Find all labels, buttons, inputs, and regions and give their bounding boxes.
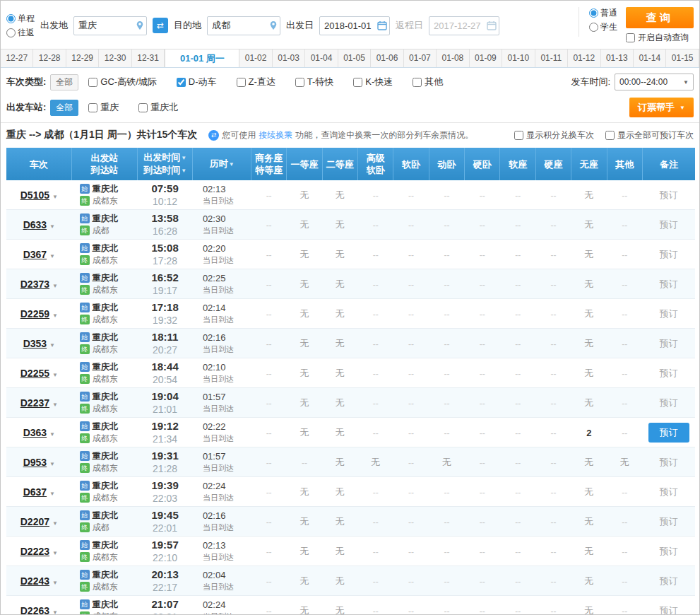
date-tab[interactable]: 01-08: [437, 49, 469, 67]
chevron-down-icon[interactable]: ▼: [52, 283, 58, 289]
chevron-down-icon[interactable]: ▼: [49, 461, 55, 467]
depart-station-option[interactable]: 重庆北: [138, 101, 178, 114]
chevron-down-icon[interactable]: ▼: [52, 312, 58, 319]
chevron-down-icon[interactable]: ▼: [52, 609, 58, 615]
trip-type-radio[interactable]: [6, 14, 16, 23]
calendar-icon[interactable]: [487, 20, 497, 30]
chevron-down-icon[interactable]: ▼: [49, 431, 55, 438]
show-points-checkbox[interactable]: [514, 131, 523, 140]
train-type-option[interactable]: T-特快: [295, 76, 334, 88]
train-type-option[interactable]: K-快速: [353, 76, 393, 88]
train-number-link[interactable]: D2207: [20, 516, 49, 527]
train-type-checkbox[interactable]: [353, 78, 362, 87]
train-type-checkbox[interactable]: [177, 78, 186, 87]
date-tab[interactable]: 12-30: [99, 49, 131, 67]
date-tab-active[interactable]: 01-01 周一: [165, 49, 239, 67]
book-button[interactable]: 预订: [660, 248, 678, 261]
book-button[interactable]: 预订: [660, 278, 678, 291]
book-button[interactable]: 预订: [660, 486, 678, 498]
book-button[interactable]: 预订: [660, 337, 678, 350]
date-tab[interactable]: 01-10: [502, 49, 535, 67]
date-tab[interactable]: 01-05: [338, 49, 371, 67]
date-tab[interactable]: 01-11: [535, 49, 568, 67]
auto-query-toggle[interactable]: 开启自动查询: [626, 32, 689, 44]
train-number-link[interactable]: D2259: [20, 308, 49, 320]
booking-helper-button[interactable]: 订票帮手 ▼: [629, 98, 694, 117]
date-tab[interactable]: 01-12: [568, 49, 600, 67]
book-button[interactable]: 预订: [660, 575, 678, 587]
show-points-toggle[interactable]: 显示积分兑换车次: [514, 129, 594, 141]
chevron-down-icon[interactable]: ▼: [52, 580, 58, 586]
date-tab[interactable]: 01-03: [273, 49, 305, 67]
train-number-link[interactable]: D2223: [20, 546, 49, 557]
trip-type-option[interactable]: 单程: [6, 13, 35, 25]
transfer-link[interactable]: 接续换乘: [259, 129, 292, 141]
book-button[interactable]: 预订: [660, 367, 678, 380]
auto-query-checkbox[interactable]: [626, 33, 635, 42]
train-number-link[interactable]: D5105: [20, 189, 49, 201]
swap-stations-button[interactable]: ⇄: [153, 18, 168, 33]
date-tab[interactable]: 01-07: [404, 49, 437, 67]
depart-station-checkbox[interactable]: [138, 103, 148, 112]
train-number-link[interactable]: D637: [23, 486, 47, 498]
chevron-down-icon[interactable]: ▼: [52, 520, 58, 527]
query-button[interactable]: 查询: [626, 7, 694, 28]
train-number-link[interactable]: D633: [23, 219, 47, 230]
train-type-checkbox[interactable]: [88, 78, 97, 87]
date-tab[interactable]: 12-27: [1, 49, 33, 67]
train-type-option[interactable]: 其他: [413, 76, 443, 88]
train-type-checkbox[interactable]: [295, 78, 304, 87]
date-tab[interactable]: 01-02: [239, 49, 272, 67]
book-button[interactable]: 预订: [660, 189, 678, 201]
date-tab[interactable]: 01-15: [666, 49, 699, 67]
date-tab[interactable]: 01-04: [305, 49, 338, 67]
passenger-type-radio[interactable]: [589, 8, 598, 18]
chevron-down-icon[interactable]: ▼: [52, 372, 58, 378]
train-number-link[interactable]: D2255: [20, 368, 49, 379]
chevron-down-icon[interactable]: ▼: [49, 491, 55, 497]
book-button[interactable]: 预订: [660, 397, 678, 409]
book-button[interactable]: 预订: [660, 456, 678, 469]
train-number-link[interactable]: D2237: [20, 397, 49, 409]
train-type-option[interactable]: Z-直达: [237, 76, 275, 88]
col-header-duration[interactable]: 历时▼: [193, 148, 251, 180]
book-button[interactable]: 预订: [660, 604, 678, 615]
show-all-bookable-checkbox[interactable]: [605, 131, 615, 140]
chevron-down-icon[interactable]: ▼: [49, 253, 55, 259]
train-type-checkbox[interactable]: [237, 78, 246, 87]
train-type-all-button[interactable]: 全部: [50, 74, 78, 90]
calendar-icon[interactable]: [377, 20, 387, 30]
chevron-down-icon[interactable]: ▼: [52, 550, 58, 556]
chevron-down-icon[interactable]: ▼: [52, 402, 58, 408]
book-button[interactable]: 预订: [648, 423, 689, 443]
date-tab[interactable]: 01-13: [601, 49, 634, 67]
train-number-link[interactable]: D2373: [20, 279, 49, 290]
depart-station-checkbox[interactable]: [88, 103, 97, 112]
chevron-down-icon[interactable]: ▼: [49, 223, 55, 230]
depart-station-all-button[interactable]: 全部: [50, 100, 78, 116]
train-type-option[interactable]: D-动车: [177, 76, 217, 88]
chevron-down-icon[interactable]: ▼: [52, 194, 58, 200]
trip-type-radio[interactable]: [6, 28, 16, 37]
date-tab[interactable]: 12-31: [132, 49, 165, 67]
date-tab[interactable]: 01-14: [634, 49, 666, 67]
book-button[interactable]: 预订: [660, 218, 678, 231]
depart-station-option[interactable]: 重庆: [88, 101, 119, 114]
date-tab[interactable]: 01-06: [371, 49, 403, 67]
show-all-bookable-toggle[interactable]: 显示全部可预订车次: [605, 129, 694, 141]
trip-type-option[interactable]: 往返: [6, 27, 35, 39]
book-button[interactable]: 预订: [660, 308, 678, 320]
train-number-link[interactable]: D367: [23, 249, 47, 260]
train-number-link[interactable]: D353: [23, 338, 47, 349]
train-type-checkbox[interactable]: [413, 78, 422, 87]
passenger-type-radio[interactable]: [589, 23, 598, 32]
date-tab[interactable]: 01-09: [470, 49, 502, 67]
chevron-down-icon[interactable]: ▼: [49, 342, 55, 348]
train-type-option[interactable]: GC-高铁/城际: [88, 76, 156, 88]
depart-time-select[interactable]: 00:00--24:00 ▼: [615, 74, 694, 90]
train-number-link[interactable]: D363: [23, 427, 47, 438]
date-tab[interactable]: 12-28: [33, 49, 66, 67]
train-number-link[interactable]: D2263: [20, 605, 49, 615]
col-header-times[interactable]: 出发时间▼ 到达时间▼: [137, 148, 193, 180]
book-button[interactable]: 预订: [660, 515, 678, 528]
